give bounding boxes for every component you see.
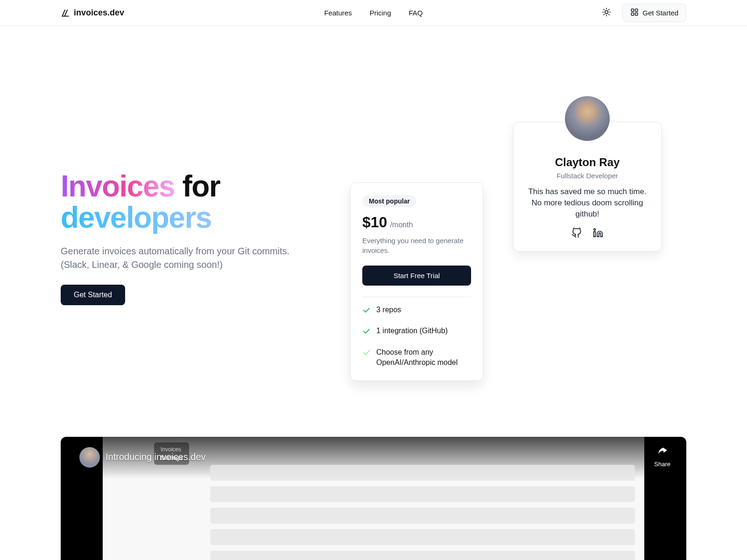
testimonial-card: Clayton Ray Fullstack Developer This has… [513, 122, 662, 252]
svg-line-8 [609, 9, 609, 10]
video-header: Introducing invoices.dev [79, 447, 206, 468]
testimonial: Clayton Ray Fullstack Developer This has… [513, 96, 662, 252]
hero-word-developers: developers [61, 201, 211, 234]
github-link[interactable] [571, 228, 582, 240]
feature-item: Choose from any OpenAI/Anthropic model [362, 347, 471, 368]
price-period: /month [390, 221, 413, 229]
video-channel-avatar[interactable] [79, 447, 100, 468]
feature-text: 1 integration (GitHub) [376, 326, 448, 336]
logo[interactable]: invoices.dev [61, 8, 124, 18]
hero-subtitle: Generate invoices automatically from you… [61, 245, 331, 272]
share-button[interactable]: Share [654, 445, 670, 468]
pricing-card: Most popular $10 /month Everything you n… [350, 182, 483, 381]
get-started-button[interactable]: Get Started [622, 4, 686, 22]
preview-row [210, 551, 635, 560]
svg-line-7 [604, 14, 604, 14]
logo-text: invoices.dev [74, 8, 124, 18]
nav-pricing[interactable]: Pricing [370, 9, 391, 17]
svg-rect-10 [635, 9, 638, 11]
feature-item: 3 repos [362, 305, 471, 317]
apps-icon [630, 8, 639, 18]
logo-icon [61, 8, 70, 18]
hero-word-invoices: Invoices [61, 169, 175, 203]
feature-list: 3 repos 1 integration (GitHub) Choose fr… [362, 305, 471, 368]
video-title[interactable]: Introducing invoices.dev [106, 452, 206, 462]
hero-get-started-button[interactable]: Get Started [61, 285, 125, 305]
svg-rect-11 [632, 13, 634, 15]
linkedin-link[interactable] [593, 228, 603, 240]
sun-icon [602, 7, 611, 19]
svg-line-6 [609, 14, 609, 14]
header-right: Get Started [598, 4, 686, 22]
feature-text: 3 repos [376, 305, 401, 315]
testimonial-role: Fullstack Developer [525, 172, 650, 180]
social-links [525, 228, 650, 240]
linkedin-icon [593, 231, 603, 239]
theme-toggle[interactable] [598, 5, 615, 21]
svg-rect-13 [594, 232, 596, 237]
popular-badge: Most popular [362, 195, 416, 207]
share-icon [656, 451, 669, 459]
svg-rect-9 [632, 9, 634, 11]
check-icon [362, 327, 371, 338]
preview-row [210, 465, 635, 481]
check-icon [362, 306, 371, 317]
hero-title: Invoices for developers [61, 171, 331, 233]
price-amount: $10 [362, 214, 387, 231]
github-icon [571, 231, 582, 239]
nav-features[interactable]: Features [324, 9, 352, 17]
nav-faq[interactable]: FAQ [409, 9, 423, 17]
header: invoices.dev Features Pricing FAQ [0, 0, 747, 26]
hero-word-for: for [175, 169, 220, 203]
video-preview-rows [210, 465, 635, 560]
feature-text: Choose from any OpenAI/Anthropic model [376, 347, 471, 368]
video-player[interactable]: Invoices Settings Introducing invoices.d… [61, 437, 686, 560]
svg-point-14 [594, 229, 596, 231]
svg-line-5 [604, 9, 604, 10]
hero-sub-line2: (Slack, Linear, & Google coming soon!) [61, 259, 223, 270]
svg-point-0 [605, 10, 608, 14]
nav: Features Pricing FAQ [324, 9, 423, 17]
avatar [565, 96, 610, 141]
feature-item: 1 integration (GitHub) [362, 326, 471, 338]
share-label: Share [654, 461, 670, 468]
preview-row [210, 529, 635, 545]
hero-sub-line1: Generate invoices automatically from you… [61, 246, 289, 256]
hero: Invoices for developers Generate invoice… [61, 96, 331, 305]
price-row: $10 /month [362, 214, 471, 231]
testimonial-quote: This has saved me so much time. No more … [525, 186, 650, 219]
divider [362, 297, 471, 297]
testimonial-name: Clayton Ray [525, 156, 650, 169]
get-started-label: Get Started [642, 9, 678, 17]
svg-rect-12 [635, 13, 638, 15]
preview-row [210, 508, 635, 524]
preview-row [210, 486, 635, 502]
start-free-trial-button[interactable]: Start Free Trial [362, 266, 471, 286]
price-description: Everything you need to generate invoices… [362, 236, 471, 255]
check-icon [362, 349, 371, 360]
